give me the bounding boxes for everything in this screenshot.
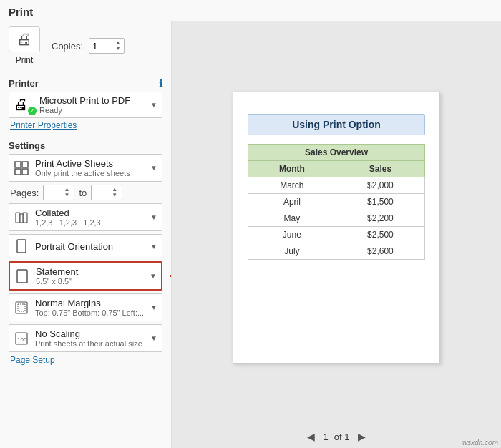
printer-dropdown[interactable]: 🖨 ✓ Microsoft Print to PDF Ready ▼ — [9, 92, 162, 118]
col-sales: Sales — [336, 160, 424, 177]
right-panel: Using Print Option Sales Overview Month … — [172, 21, 501, 448]
cell-month: March — [248, 177, 336, 193]
svg-rect-0 — [15, 162, 21, 167]
scaling-title: No Scaling — [35, 328, 145, 339]
collated-icon — [14, 210, 29, 225]
orientation-arrow: ▼ — [150, 243, 157, 250]
pages-from-down[interactable]: ▼ — [64, 193, 69, 198]
cell-month: April — [248, 193, 336, 210]
pages-to-label: to — [79, 188, 87, 198]
cell-month: June — [248, 226, 336, 243]
orientation-text: Portrait Orientation — [35, 241, 145, 252]
svg-rect-1 — [22, 162, 28, 167]
svg-rect-2 — [15, 169, 21, 175]
printer-icon-wrap: 🖨 ✓ — [14, 97, 34, 114]
copies-label: Copies: — [52, 41, 83, 52]
active-sheets-text: Print Active Sheets Only print the activ… — [35, 158, 145, 177]
svg-rect-9 — [16, 302, 27, 313]
printer-info-icon[interactable]: ℹ — [159, 78, 162, 89]
nav-page-number: 1 — [324, 432, 329, 442]
pages-row: Pages: ▲ ▼ to ▲ ▼ — [10, 185, 162, 200]
cell-sales: $2,600 — [336, 243, 424, 259]
title-text: Print — [9, 6, 33, 18]
setting-orientation[interactable]: Portrait Orientation ▼ — [9, 234, 162, 258]
printer-status: Ready — [39, 106, 145, 115]
nav-of-label: of 1 — [334, 432, 350, 442]
active-sheets-arrow: ▼ — [150, 164, 157, 172]
pages-from-wrap: ▲ ▼ — [43, 185, 74, 200]
preview-area: Using Print Option Sales Overview Month … — [177, 28, 495, 427]
cell-month: July — [248, 243, 336, 259]
setting-active-sheets[interactable]: Print Active Sheets Only print the activ… — [9, 154, 162, 182]
pages-to-down[interactable]: ▼ — [112, 193, 117, 198]
setting-collated[interactable]: Collated 1,2,3 1,2,3 1,2,3 ▼ — [9, 203, 162, 231]
nav-next-btn[interactable]: ▶ — [355, 429, 369, 444]
svg-text:100: 100 — [17, 336, 27, 343]
orientation-title: Portrait Orientation — [35, 241, 145, 252]
watermark: wsxdn.com — [462, 439, 498, 447]
paper-size-text: Statement 5.5" x 8.5" — [36, 266, 144, 286]
dialog-content: 🖨 Print Copies: ▲ ▼ Pr — [0, 21, 501, 448]
setting-margins[interactable]: Normal Margins Top: 0.75" Bottom: 0.75" … — [9, 293, 162, 321]
setting-scaling[interactable]: 100 No Scaling Print sheets at their act… — [9, 324, 162, 352]
print-dialog: Print 🖨 Print Copies: ▲ ▼ — [0, 0, 501, 448]
paper-size-icon — [14, 268, 30, 284]
page-setup-link[interactable]: Page Setup — [10, 355, 162, 365]
printer-dropdown-arrow: ▼ — [150, 101, 157, 109]
copies-area: Copies: ▲ ▼ — [52, 38, 125, 54]
cell-sales: $2,200 — [336, 210, 424, 226]
preview-table: Sales Overview Month Sales March$2,000Ap… — [248, 144, 425, 260]
table-header: Sales Overview — [248, 144, 425, 160]
print-label: Print — [16, 55, 34, 65]
collated-text: Collated 1,2,3 1,2,3 1,2,3 — [35, 208, 145, 227]
scaling-subtitle: Print sheets at their actual size — [35, 339, 145, 348]
scaling-icon: 100 — [14, 331, 29, 346]
margins-icon — [14, 300, 29, 316]
printer-emoji-icon: 🖨 — [14, 97, 28, 112]
cell-sales: $2,500 — [336, 226, 424, 243]
paper-size-arrow: ▼ — [150, 272, 157, 280]
table-row: July$2,600 — [248, 243, 425, 259]
print-button[interactable]: 🖨 Print — [9, 26, 40, 65]
dialog-title: Print — [0, 0, 501, 21]
svg-rect-8 — [17, 270, 27, 283]
margins-title: Normal Margins — [35, 298, 145, 308]
svg-rect-7 — [17, 240, 26, 253]
svg-rect-10 — [18, 304, 25, 311]
margins-subtitle: Top: 0.75" Bottom: 0.75" Left:... — [35, 308, 145, 317]
margins-arrow: ▼ — [150, 303, 157, 311]
margins-text: Normal Margins Top: 0.75" Bottom: 0.75" … — [35, 298, 145, 317]
setting-paper-size[interactable]: Statement 5.5" x 8.5" ▼ — [9, 261, 162, 291]
pages-from-input[interactable] — [47, 188, 64, 198]
table-row: June$2,500 — [248, 226, 425, 243]
printer-heading: Printer ℹ — [9, 78, 162, 89]
page-preview: Using Print Option Sales Overview Month … — [233, 92, 440, 364]
cell-sales: $1,500 — [336, 193, 424, 210]
collated-title: Collated — [35, 208, 145, 218]
printer-section: Printer ℹ 🖨 ✓ Microsoft Print to PDF Rea… — [9, 74, 162, 130]
copies-down-btn[interactable]: ▼ — [115, 46, 121, 52]
active-sheets-title: Print Active Sheets — [35, 158, 145, 169]
table-row: April$1,500 — [248, 193, 425, 210]
cell-sales: $2,000 — [336, 177, 424, 193]
table-row: March$2,000 — [248, 177, 425, 193]
printer-properties-link[interactable]: Printer Properties — [10, 120, 162, 130]
collated-subtitle: 1,2,3 1,2,3 1,2,3 — [35, 218, 145, 227]
left-panel: 🖨 Print Copies: ▲ ▼ Pr — [0, 21, 172, 448]
orientation-icon — [14, 238, 29, 254]
printer-icon: 🖨 — [9, 26, 40, 52]
nav-prev-btn[interactable]: ◀ — [304, 429, 318, 444]
printer-info: Microsoft Print to PDF Ready — [39, 95, 145, 115]
printer-ready-badge: ✓ — [28, 107, 37, 115]
printer-name: Microsoft Print to PDF — [39, 95, 145, 106]
copies-spinner: ▲ ▼ — [115, 40, 121, 52]
cell-month: May — [248, 210, 336, 226]
svg-rect-3 — [22, 169, 28, 175]
settings-heading: Settings — [9, 140, 162, 151]
print-button-area: 🖨 Print Copies: ▲ ▼ — [9, 26, 162, 65]
scaling-text: No Scaling Print sheets at their actual … — [35, 328, 145, 348]
copies-input[interactable] — [92, 41, 114, 52]
settings-section: Settings Print Active Sheets Only prin — [9, 136, 162, 365]
table-row: May$2,200 — [248, 210, 425, 226]
pages-to-input[interactable] — [94, 188, 112, 198]
